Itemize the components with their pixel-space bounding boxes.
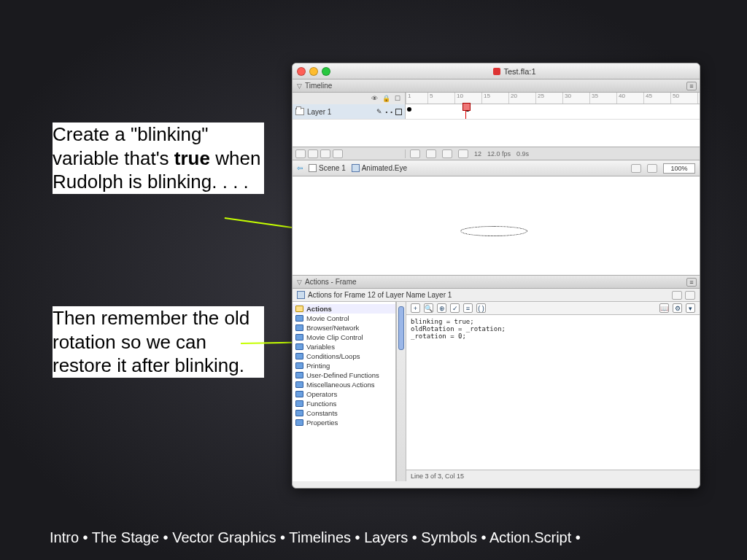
edit-bar: ⇦ Scene 1 Animated.Eye 100%	[293, 160, 700, 176]
toolbox-label: Functions	[306, 400, 336, 408]
panel-options-button[interactable]: ≡	[686, 278, 697, 287]
layer-visible-dot[interactable]: •	[385, 109, 387, 115]
timeline-tick: 5	[427, 93, 433, 104]
layer-outline-toggle[interactable]	[395, 109, 402, 115]
layer-lock-dot[interactable]: •	[390, 109, 392, 115]
add-guide-layer-button[interactable]	[308, 149, 318, 158]
eye-column-icon[interactable]: 👁	[371, 95, 378, 102]
scrollbar-thumb[interactable]	[398, 306, 404, 350]
check-syntax-button[interactable]: ✓	[450, 303, 460, 313]
book-icon	[295, 343, 303, 350]
toolbox-label: Movie Clip Control	[306, 333, 363, 341]
toolbox-category[interactable]: Movie Control	[293, 314, 395, 323]
actions-panel: Actions for Frame 12 of Layer Name Layer…	[293, 289, 700, 481]
view-options-button[interactable]: ▾	[686, 303, 695, 313]
actions-panel-header[interactable]: ▽ Actions - Frame ≡	[293, 276, 700, 289]
toolbox-category[interactable]: User-Defined Functions	[293, 370, 395, 380]
insert-target-button[interactable]: ⊕	[437, 303, 446, 313]
show-code-hint-button[interactable]: ( )	[476, 303, 486, 313]
toolbox-label: Properties	[306, 419, 338, 427]
toolbox-scrollbar[interactable]	[396, 302, 406, 481]
timeline-panel-header[interactable]: ▽ Timeline ≡	[293, 79, 700, 93]
toolbox-category[interactable]: Actions	[293, 304, 395, 314]
panel-options-button[interactable]: ≡	[686, 82, 697, 90]
toolbox-category[interactable]: Variables	[293, 342, 395, 351]
keyframe[interactable]	[407, 107, 411, 112]
onion-skin-button[interactable]	[410, 149, 420, 158]
outline-column-icon[interactable]: ☐	[395, 95, 400, 102]
toolbox-category[interactable]: Browser/Network	[293, 323, 395, 332]
fps-readout: 12.0 fps	[487, 150, 511, 158]
zoom-level[interactable]: 100%	[663, 163, 695, 174]
toolbox-category[interactable]: Functions	[293, 399, 395, 408]
find-button[interactable]: 🔍	[424, 303, 433, 313]
script-pane: + 🔍 ⊕ ✓ ≡ ( ) 📖 ⚙ ▾ blinking = true; old…	[406, 302, 700, 481]
disclosure-triangle-icon[interactable]: ▽	[297, 279, 302, 286]
slide-caption-1: Create a "blinking" variable that's true…	[53, 122, 264, 194]
scene-icon	[309, 164, 317, 172]
timeline-tick: 20	[508, 93, 517, 104]
actions-toolbox[interactable]: Actions Movie Control Browser/Network Mo…	[293, 302, 396, 481]
timeline-panel: 👁 🔒 ☐ 1 5 10 15 20 25 30 35 40 45 50 55	[293, 93, 700, 160]
code-line: _rotation = 0;	[411, 332, 466, 340]
toolbox-category[interactable]: Movie Clip Control	[293, 332, 395, 342]
edit-multiple-frames-button[interactable]	[442, 149, 452, 158]
frame-script-icon	[297, 291, 305, 299]
modify-onion-markers-button[interactable]	[458, 149, 468, 158]
timeline-footer: 12 12.0 fps 0.9s	[293, 147, 700, 160]
current-frame-readout: 12	[474, 150, 481, 158]
window-zoom-button[interactable]	[322, 67, 330, 76]
onion-skin-outlines-button[interactable]	[426, 149, 436, 158]
timeline-layer-row[interactable]: Layer 1 ✎ • •	[293, 104, 700, 119]
timeline-tick: 30	[562, 93, 571, 104]
layer-name-text: Layer 1	[307, 108, 331, 116]
disclosure-triangle-icon[interactable]: ▽	[297, 82, 302, 90]
toolbox-category[interactable]: Operators	[293, 389, 395, 399]
layer-icon	[295, 108, 304, 115]
pin-script-button[interactable]	[672, 291, 682, 300]
toolbox-category[interactable]: Properties	[293, 418, 395, 427]
scene-breadcrumb[interactable]: Scene 1	[309, 164, 346, 172]
edit-scene-button[interactable]	[631, 164, 641, 173]
script-editor[interactable]: blinking = true; oldRotation = _rotation…	[406, 315, 700, 470]
window-title: Test.fla:1	[334, 67, 695, 76]
add-layer-button[interactable]	[295, 149, 306, 158]
script-nav-button[interactable]	[685, 291, 695, 300]
toolbox-label: Constants	[306, 409, 338, 417]
layer-name-cell[interactable]: Layer 1 ✎ • •	[293, 104, 406, 119]
auto-format-button[interactable]: ≡	[463, 303, 473, 313]
actions-panel-label: Actions - Frame	[305, 278, 357, 286]
toolbox-label: Conditions/Loops	[306, 352, 360, 360]
code-line: oldRotation = _rotation;	[411, 325, 506, 332]
delete-layer-button[interactable]	[333, 149, 343, 158]
window-titlebar[interactable]: Test.fla:1	[293, 63, 700, 79]
timeline-ruler[interactable]: 1 5 10 15 20 25 30 35 40 45 50 55	[406, 93, 700, 104]
toolbox-label: Operators	[306, 390, 337, 398]
toolbox-category[interactable]: Miscellaneous Actions	[293, 380, 395, 389]
flash-window: Test.fla:1 ▽ Timeline ≡ 👁 🔒 ☐ 1 5 10 15 …	[292, 63, 700, 489]
window-close-button[interactable]	[297, 67, 306, 76]
edit-symbols-button[interactable]	[647, 164, 657, 173]
symbol-breadcrumb[interactable]: Animated.Eye	[352, 164, 407, 172]
window-title-text: Test.fla:1	[503, 67, 535, 76]
lock-column-icon[interactable]: 🔒	[382, 95, 390, 102]
toolbox-category[interactable]: Constants	[293, 408, 395, 418]
back-arrow-button[interactable]: ⇦	[297, 164, 303, 172]
add-statement-button[interactable]: +	[411, 303, 420, 313]
script-status-bar: Line 3 of 3, Col 15	[406, 470, 700, 481]
playhead[interactable]	[465, 104, 466, 119]
toolbox-label: Miscellaneous Actions	[306, 381, 374, 389]
toolbox-category[interactable]: Conditions/Loops	[293, 351, 395, 361]
toolbox-category[interactable]: Printing	[293, 361, 395, 370]
book-icon	[295, 353, 303, 359]
book-icon	[295, 324, 303, 331]
stage-eye-shape[interactable]	[460, 226, 527, 236]
movieclip-icon	[352, 164, 360, 172]
debug-options-button[interactable]: ⚙	[673, 303, 682, 313]
stage[interactable]	[293, 176, 700, 276]
reference-button[interactable]: 📖	[659, 303, 669, 313]
add-folder-button[interactable]	[320, 149, 330, 158]
book-icon	[295, 381, 303, 388]
timeline-frames[interactable]	[406, 104, 700, 119]
window-minimize-button[interactable]	[309, 67, 318, 76]
